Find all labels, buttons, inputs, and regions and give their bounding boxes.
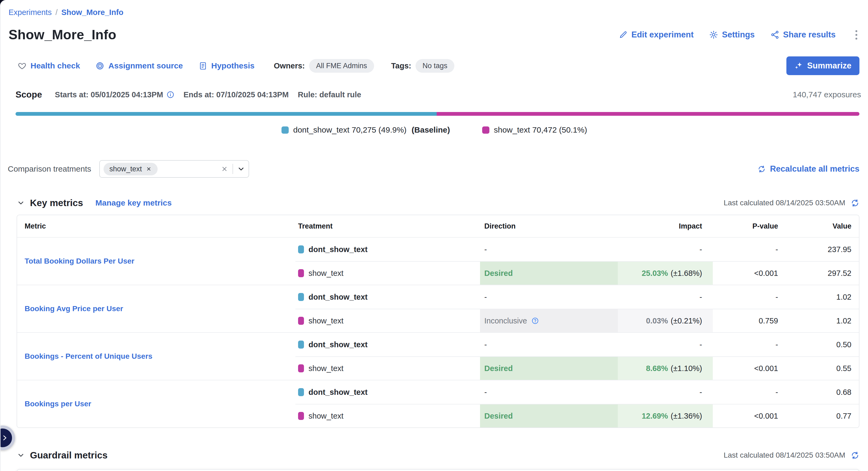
direction-cell: Desired — [480, 357, 618, 380]
impact-percent: - — [700, 245, 702, 254]
metric-group: Bookings per Userdont_show_text---0.68sh… — [17, 380, 859, 428]
metric-link[interactable]: Total Booking Dollars Per User — [25, 257, 134, 265]
sidebar-expand-toggle[interactable] — [0, 426, 15, 450]
direction-cell: Inconclusive — [480, 309, 618, 332]
impact-cell: 12.69%(±1.36%) — [618, 404, 713, 428]
comparison-row: Comparison treatments show_text Recalcul… — [8, 160, 860, 178]
document-icon — [198, 62, 207, 70]
chevron-right-icon — [0, 429, 12, 447]
settings-button[interactable]: Settings — [709, 30, 754, 40]
meta-link-label: Assignment source — [108, 61, 183, 70]
column-header-direction: Direction — [480, 222, 618, 230]
hypothesis-link[interactable]: Hypothesis — [198, 61, 255, 70]
more-options-kebab-icon[interactable] — [853, 29, 860, 41]
guardrail-metrics-header: Guardrail metrics Last calculated 08/14/… — [17, 450, 860, 461]
impact-cell: - — [618, 238, 713, 261]
owners-pill[interactable]: All FME Admins — [309, 59, 374, 73]
action-label: Settings — [722, 30, 754, 40]
header-actions: Edit experimentSettingsShare results — [619, 29, 860, 41]
key-metrics-last-calculated: Last calculated 08/14/2025 03:50AM — [723, 199, 845, 207]
manage-key-metrics-link[interactable]: Manage key metrics — [95, 198, 172, 207]
table-row: show_textDesired8.68%(±1.10%)<0.0010.55 — [296, 356, 859, 380]
comparison-treatments-select[interactable]: show_text — [99, 160, 249, 178]
p-value-cell: - — [713, 285, 790, 309]
key-metrics-header: Key metrics Manage key metrics Last calc… — [17, 198, 860, 208]
value-cell: 297.52 — [790, 262, 859, 285]
meta-link-label: Health check — [31, 61, 80, 70]
tags-pill[interactable]: No tags — [415, 59, 454, 73]
action-label: Edit experiment — [631, 30, 694, 40]
treatment-swatch — [298, 388, 304, 396]
value-cell: 0.68 — [790, 380, 859, 404]
impact-confidence-interval: (±0.21%) — [671, 316, 702, 325]
treatment-cell: dont_show_text — [296, 238, 480, 261]
treatment-chip[interactable]: show_text — [103, 163, 158, 175]
refresh-icon — [757, 165, 766, 173]
health-check-link[interactable]: Health check — [18, 61, 80, 70]
impact-cell: 25.03%(±1.68%) — [618, 262, 713, 285]
value-cell: 0.50 — [790, 333, 859, 356]
treatment-cell: show_text — [296, 309, 480, 332]
help-icon[interactable] — [531, 317, 539, 325]
select-clear-icon[interactable] — [221, 165, 228, 173]
info-icon[interactable] — [166, 91, 175, 99]
impact-confidence-interval: (±1.36%) — [671, 412, 702, 420]
heart-icon — [18, 62, 27, 70]
direction-label: - — [484, 293, 487, 302]
treatment-name: show_text — [309, 316, 344, 325]
recalculate-all-metrics-button[interactable]: Recalculate all metrics — [757, 164, 860, 174]
treatment-name: show_text — [309, 269, 344, 278]
table-row: show_textDesired25.03%(±1.68%)<0.001297.… — [296, 261, 859, 285]
legend-baseline-tag: (Baseline) — [411, 125, 450, 134]
chevron-down-icon[interactable] — [237, 165, 245, 173]
value-cell: 0.55 — [790, 357, 859, 380]
direction-label: Desired — [484, 412, 513, 420]
tags-label: Tags: — [391, 62, 411, 70]
metric-link[interactable]: Bookings - Percent of Unique Users — [25, 352, 153, 361]
guardrail-table-header: MetricTreatmentDirectionImpactP-valueVal… — [17, 470, 859, 471]
refresh-icon[interactable] — [850, 199, 860, 207]
key-metrics-table-body: Total Booking Dollars Per Userdont_show_… — [17, 238, 859, 428]
summarize-button[interactable]: Summarize — [786, 57, 860, 75]
metric-link[interactable]: Bookings per User — [25, 400, 91, 408]
column-header-impact: Impact — [618, 222, 713, 230]
column-header-p-value: P-value — [713, 222, 790, 230]
column-header-value: Value — [790, 222, 859, 230]
impact-percent: - — [700, 388, 702, 397]
treatment-cell: dont_show_text — [296, 285, 480, 309]
guardrail-last-calculated: Last calculated 08/14/2025 03:50AM — [723, 451, 845, 460]
assignment-source-link[interactable]: Assignment source — [95, 61, 183, 70]
share-results-button[interactable]: Share results — [770, 30, 836, 40]
metric-cell: Total Booking Dollars Per User — [17, 238, 296, 285]
breadcrumb-experiments[interactable]: Experiments — [8, 8, 52, 17]
target-icon — [95, 62, 104, 70]
treatment-swatch — [298, 341, 304, 348]
metric-link[interactable]: Booking Avg Price per User — [25, 304, 123, 313]
edit-experiment-button[interactable]: Edit experiment — [619, 30, 694, 40]
p-value-cell: <0.001 — [713, 357, 790, 380]
metric-cell: Bookings per User — [17, 380, 296, 428]
direction-cell: Desired — [480, 262, 618, 285]
metric-group: Booking Avg Price per Userdont_show_text… — [17, 285, 859, 333]
impact-cell: 8.68%(±1.10%) — [618, 357, 713, 380]
recalculate-label: Recalculate all metrics — [770, 164, 860, 174]
collapse-chevron-icon[interactable] — [17, 451, 25, 459]
metric-group: Bookings - Percent of Unique Usersdont_s… — [17, 333, 859, 380]
refresh-icon[interactable] — [850, 451, 860, 460]
guardrail-metrics-title: Guardrail metrics — [30, 450, 107, 461]
breadcrumb-current[interactable]: Show_More_Info — [61, 8, 123, 17]
action-label: Share results — [783, 30, 836, 40]
allocation-segment-dont_show_text — [16, 112, 437, 116]
collapse-chevron-icon[interactable] — [17, 199, 25, 207]
direction-label: Inconclusive — [484, 316, 527, 325]
treatment-swatch — [298, 412, 304, 420]
p-value-cell: <0.001 — [713, 404, 790, 428]
pencil-icon — [619, 30, 628, 39]
chip-remove-icon[interactable] — [146, 166, 152, 172]
impact-percent: 12.69% — [642, 412, 668, 420]
scope-starts: Starts at: 05/01/2025 04:13PM — [55, 90, 175, 99]
guardrail-metrics-table: MetricTreatmentDirectionImpactP-valueVal… — [17, 469, 860, 471]
comparison-label: Comparison treatments — [8, 164, 91, 173]
key-metrics-table: MetricTreatmentDirectionImpactP-valueVal… — [17, 215, 860, 428]
treatment-name: show_text — [309, 412, 344, 420]
